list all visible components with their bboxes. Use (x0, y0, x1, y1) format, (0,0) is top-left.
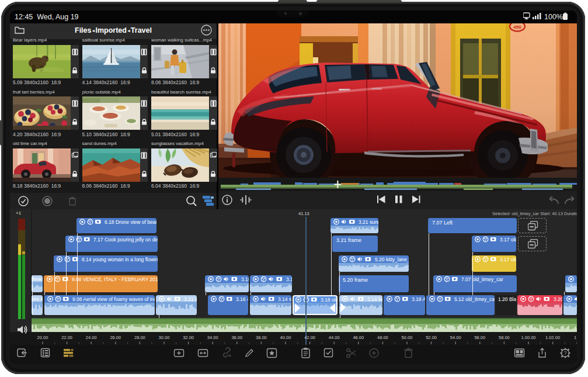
svg-text:38.00: 38.00 (256, 335, 267, 340)
svg-text:34.00: 34.00 (207, 335, 218, 340)
svg-text:54.00: 54.00 (450, 335, 461, 340)
svg-text:22.00: 22.00 (61, 335, 72, 340)
svg-text:40.00: 40.00 (280, 335, 291, 340)
svg-text:56.00: 56.00 (474, 335, 485, 340)
svg-text:30.00: 30.00 (159, 335, 170, 340)
svg-text:50.00: 50.00 (402, 335, 413, 340)
svg-text:?: ? (564, 350, 567, 356)
svg-text:100%: 100% (544, 13, 563, 21)
svg-text:26.00: 26.00 (110, 335, 121, 340)
svg-text:36.00: 36.00 (231, 335, 242, 340)
svg-text:52.00: 52.00 (426, 335, 437, 340)
svg-text:46.00: 46.00 (353, 335, 364, 340)
svg-text:42.00: 42.00 (304, 335, 315, 340)
svg-text:1.0: 1.0 (574, 335, 577, 340)
svg-text:44.00: 44.00 (329, 335, 340, 340)
svg-text:48.00: 48.00 (377, 335, 388, 340)
svg-text:1.00.00: 1.00.00 (521, 335, 535, 340)
svg-text:1.02.00: 1.02.00 (545, 335, 560, 340)
svg-text:32.00: 32.00 (183, 335, 194, 340)
svg-text:58.00: 58.00 (499, 335, 510, 340)
svg-text:28.00: 28.00 (134, 335, 145, 340)
svg-text:20.00: 20.00 (37, 335, 48, 340)
svg-text:24.00: 24.00 (86, 335, 97, 340)
